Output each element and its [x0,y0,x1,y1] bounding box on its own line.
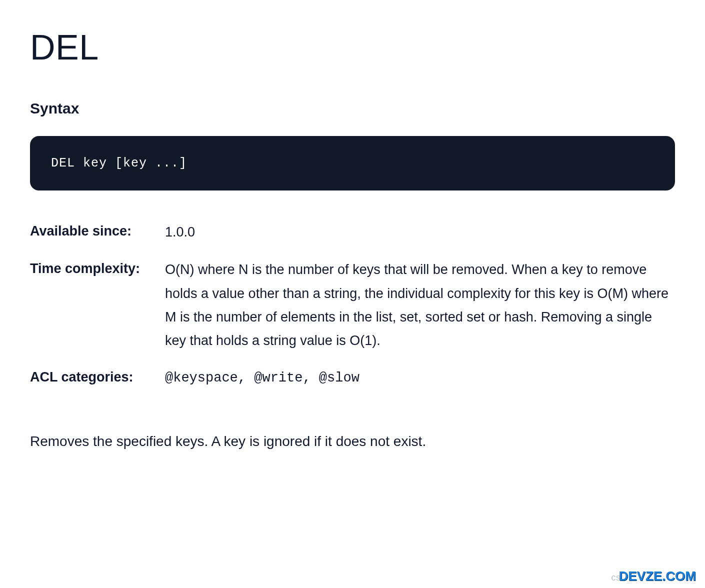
meta-label-acl-categories: ACL categories: [30,366,165,388]
meta-value-time-complexity: O(N) where N is the number of keys that … [165,258,675,352]
meta-row-available-since: Available since: 1.0.0 [30,220,675,244]
meta-label-time-complexity: Time complexity: [30,258,165,280]
syntax-code: DEL key [key ...] [51,156,187,170]
meta-row-time-complexity: Time complexity: O(N) where N is the num… [30,258,675,352]
watermark: csDEVZE.COM [611,568,696,584]
syntax-heading: Syntax [30,100,675,117]
meta-list: Available since: 1.0.0 Time complexity: … [30,220,675,390]
page-title: DEL [30,30,675,65]
meta-value-acl-categories: @keyspace, @write, @slow [165,366,675,390]
meta-row-acl-categories: ACL categories: @keyspace, @write, @slow [30,366,675,390]
meta-label-available-since: Available since: [30,220,165,242]
watermark-brand: DEVZE.COM [618,568,696,584]
command-description: Removes the specified keys. A key is ign… [30,430,675,453]
syntax-code-block: DEL key [key ...] [30,136,675,190]
meta-value-available-since: 1.0.0 [165,220,675,244]
